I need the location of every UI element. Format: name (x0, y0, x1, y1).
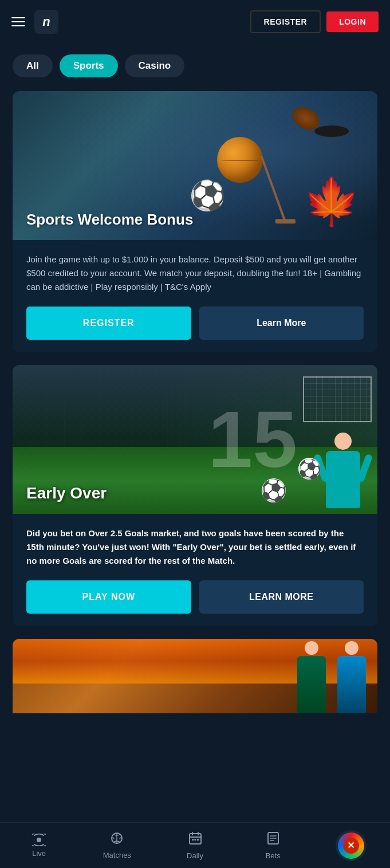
matches-label: Matches (103, 851, 131, 859)
player-2-silhouette (337, 656, 366, 713)
promo-card-early-over: 15 ⚽ ⚽ Early Over Did you bet on Over 2.… (13, 365, 377, 626)
logo[interactable]: n (34, 10, 58, 34)
category-tabs: All Sports Casino (0, 43, 390, 91)
daily-label: Daily (187, 851, 203, 860)
goalkeeper-figure (326, 451, 360, 508)
player-1-silhouette (297, 656, 326, 713)
bets-icon (267, 831, 279, 849)
promo-2-title: Early Over (26, 484, 107, 502)
play-now-button[interactable]: PLAY NOW (26, 580, 191, 614)
players-silhouette (297, 656, 377, 713)
svg-rect-8 (194, 839, 196, 840)
big-number-15: 15 (208, 399, 297, 480)
promo-1-buttons: REGISTER Learn More (26, 307, 364, 340)
login-header-button[interactable]: LOGIN (326, 11, 379, 32)
promo-1-title: Sports Welcome Bonus (26, 211, 193, 229)
bonus-icon-spinning: ✕ (338, 832, 364, 859)
promo-card-3-partial (13, 639, 377, 713)
promo-banner-2: 15 ⚽ ⚽ Early Over (13, 365, 377, 514)
soccer-ball-2-icon: ⚽ (298, 458, 320, 480)
learn-more-2-button[interactable]: LEARN MORE (199, 580, 364, 614)
promo-2-buttons: PLAY NOW LEARN MORE (26, 580, 364, 614)
bets-label: Bets (266, 851, 281, 860)
promo-banner-3 (13, 639, 377, 713)
promo-1-content: Join the game with up to $1.000 in your … (13, 240, 377, 352)
tab-sports[interactable]: Sports (60, 54, 118, 77)
header-left: n (11, 10, 58, 34)
svg-point-0 (37, 838, 41, 842)
goalkeeper-head (334, 433, 352, 450)
header-right: REGISTER LOGIN (250, 10, 379, 33)
promo-1-description: Join the game with up to $1.000 in your … (26, 253, 364, 294)
maple-leaf-icon: 🍁 (303, 175, 360, 229)
nav-item-bets[interactable]: Bets (234, 826, 312, 866)
matches-icon (109, 832, 124, 848)
header: n REGISTER LOGIN (0, 0, 390, 43)
goalkeeper-body (326, 451, 360, 508)
basketball-icon (217, 137, 263, 183)
hockey-puck-icon (314, 125, 349, 137)
promo-card-sports-bonus: 🍁 Sports Welcome Bonus Join the game wit… (13, 91, 377, 352)
svg-rect-7 (192, 839, 194, 840)
live-icon (31, 834, 46, 846)
bonus-icon-x: ✕ (343, 838, 359, 854)
soccer-ball-icon (191, 180, 223, 211)
bonus-icon-container: ✕ (336, 830, 367, 861)
menu-button[interactable] (11, 17, 25, 26)
promo-1-register-button[interactable]: REGISTER (26, 307, 191, 340)
promo-2-content: Did you bet on Over 2.5 Goals market, an… (13, 514, 377, 626)
soccer-ball-3-icon: ⚽ (262, 478, 286, 502)
tab-casino[interactable]: Casino (125, 54, 185, 77)
hockey-stick-icon (261, 156, 286, 221)
nav-item-matches[interactable]: Matches (78, 826, 156, 865)
live-label: Live (32, 849, 46, 858)
promo-banner-1: 🍁 Sports Welcome Bonus (13, 91, 377, 240)
promo-2-description: Did you bet on Over 2.5 Goals market, an… (26, 527, 364, 568)
tab-all[interactable]: All (13, 54, 53, 77)
promo-1-learn-more-button[interactable]: Learn More (199, 307, 364, 340)
register-header-button[interactable]: REGISTER (250, 10, 321, 33)
nav-item-daily[interactable]: Daily (156, 826, 234, 866)
svg-rect-9 (197, 839, 199, 840)
goal-net-icon (303, 376, 372, 422)
bottom-navigation: Live Matches (0, 822, 390, 868)
nav-item-bonus[interactable]: ✕ (312, 824, 390, 867)
daily-icon (188, 831, 202, 849)
nav-item-live[interactable]: Live (0, 828, 78, 863)
